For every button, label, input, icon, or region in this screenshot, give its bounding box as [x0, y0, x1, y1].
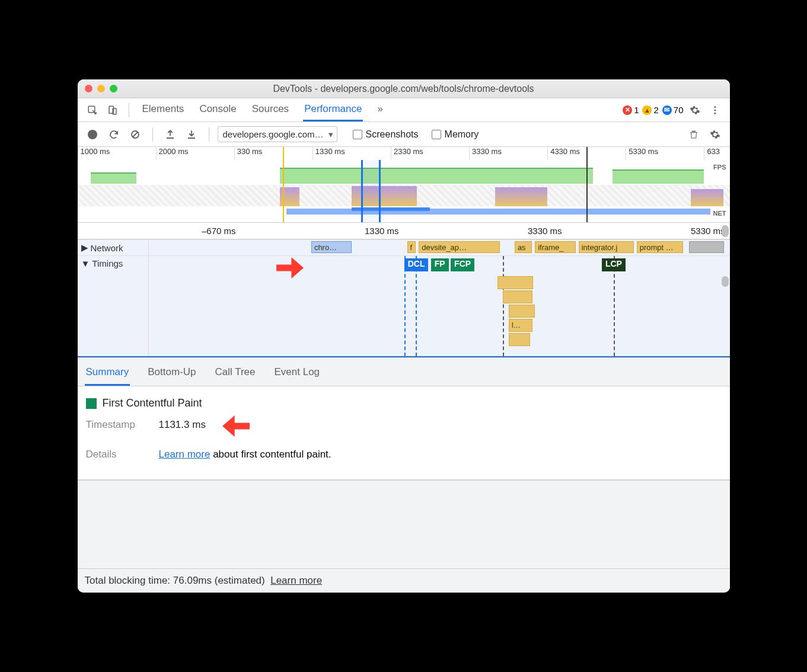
- network-request-block[interactable]: devsite_ap…: [419, 241, 500, 253]
- vertical-scrollbar[interactable]: [722, 276, 729, 287]
- svg-point-5: [714, 112, 716, 114]
- tab-overflow-button[interactable]: »: [376, 98, 384, 121]
- summary-title: First Contentful Paint: [86, 397, 722, 409]
- delete-recording-icon[interactable]: [685, 126, 703, 143]
- flamechart-rows: ▶ Network chro…fdevsite_ap…asiframe_inte…: [78, 239, 730, 357]
- details-tabs: Summary Bottom-Up Call Tree Event Log: [78, 357, 730, 386]
- expand-icon: ▶: [81, 242, 88, 253]
- event-color-swatch: [86, 398, 97, 409]
- tab-bottom-up[interactable]: Bottom-Up: [146, 363, 197, 386]
- settings-gear-icon[interactable]: [686, 101, 704, 119]
- blocking-time-text: Total blocking time: 76.09ms (estimated): [85, 575, 265, 586]
- timing-marker-fcp[interactable]: FCP: [451, 258, 474, 271]
- inspect-element-icon[interactable]: [84, 101, 101, 119]
- overview-lanes[interactable]: FPS CPU NET: [78, 160, 730, 222]
- tab-call-tree[interactable]: Call Tree: [213, 363, 256, 386]
- network-request-block[interactable]: integrator.j: [579, 241, 634, 253]
- overview-ruler: 1000 ms 2000 ms 330 ms 1330 ms 2330 ms 3…: [78, 147, 730, 160]
- divider: [152, 127, 153, 142]
- summary-pane: First Contentful Paint Timestamp 1131.3 …: [78, 386, 730, 479]
- long-task-block[interactable]: l…: [509, 319, 532, 332]
- tab-summary[interactable]: Summary: [85, 363, 130, 386]
- annotation-arrow-icon: [276, 257, 304, 279]
- recording-source-select[interactable]: developers.google.com…: [218, 126, 337, 142]
- timing-marker-fp[interactable]: FP: [431, 258, 449, 271]
- timing-marker-lcp[interactable]: LCP: [602, 258, 626, 271]
- overview-start-marker: [283, 147, 284, 222]
- network-row[interactable]: ▶ Network chro…fdevsite_ap…asiframe_inte…: [78, 239, 730, 255]
- panel-tabs: Elements Console Sources Performance »: [141, 98, 384, 121]
- cpu-lane: [78, 185, 730, 206]
- error-count[interactable]: ✕1: [623, 105, 639, 115]
- overview-panel[interactable]: 1000 ms 2000 ms 330 ms 1330 ms 2330 ms 3…: [78, 147, 730, 223]
- warning-count[interactable]: ▲2: [642, 105, 658, 115]
- device-toggle-icon[interactable]: [104, 101, 122, 119]
- longtask-line: [503, 256, 504, 356]
- empty-lower-pane: [78, 479, 730, 568]
- timing-marker-dcl[interactable]: DCL: [404, 258, 429, 271]
- flamechart-ruler: –670 ms 1330 ms 3330 ms 5330 ms: [78, 223, 730, 239]
- network-request-block[interactable]: [689, 241, 724, 253]
- annotation-arrow-icon: [222, 415, 250, 437]
- tab-performance[interactable]: Performance: [303, 98, 363, 121]
- network-request-block[interactable]: prompt …: [637, 241, 683, 253]
- timestamp-label: Timestamp: [86, 419, 148, 440]
- window-controls: [85, 85, 117, 92]
- long-task-block[interactable]: [503, 290, 532, 303]
- tab-elements[interactable]: Elements: [141, 98, 186, 121]
- overview-lcp-marker: [586, 147, 588, 222]
- network-row-header[interactable]: ▶ Network: [78, 240, 149, 255]
- network-row-body[interactable]: chro…fdevsite_ap…asiframe_integrator.jpr…: [149, 240, 730, 255]
- capture-settings-gear-icon[interactable]: [706, 126, 724, 143]
- tab-console[interactable]: Console: [198, 98, 237, 121]
- window-title: DevTools - developers.google.com/web/too…: [78, 84, 730, 94]
- record-button[interactable]: [84, 126, 101, 143]
- devtools-window: DevTools - developers.google.com/web/too…: [78, 79, 730, 593]
- learn-more-link[interactable]: Learn more: [159, 449, 210, 460]
- overview-selection[interactable]: [361, 160, 381, 222]
- message-icon: ✉: [662, 105, 672, 115]
- divider: [209, 127, 209, 142]
- clear-button[interactable]: [126, 126, 144, 143]
- footer-learn-more-link[interactable]: Learn more: [270, 575, 322, 586]
- minimize-window-button[interactable]: [97, 85, 105, 92]
- fps-lane: [78, 165, 730, 184]
- svg-point-3: [714, 106, 716, 108]
- svg-point-4: [714, 109, 716, 111]
- timings-row-header[interactable]: ▼ Timings: [78, 256, 149, 356]
- network-request-block[interactable]: iframe_: [535, 241, 576, 253]
- vertical-scrollbar[interactable]: [722, 225, 729, 237]
- save-profile-icon[interactable]: [183, 126, 200, 143]
- footer-status-bar: Total blocking time: 76.09ms (estimated)…: [78, 568, 730, 593]
- console-status: ✕1 ▲2 ✉70: [623, 105, 683, 115]
- divider: [129, 103, 129, 117]
- timestamp-value: 1131.3 ms: [159, 419, 206, 440]
- network-request-block[interactable]: as: [515, 241, 532, 253]
- tab-event-log[interactable]: Event Log: [273, 363, 321, 386]
- long-task-block[interactable]: [509, 305, 535, 318]
- tab-sources[interactable]: Sources: [251, 98, 290, 121]
- network-request-block[interactable]: f: [407, 241, 416, 253]
- collapse-icon: ▼: [81, 258, 90, 268]
- zoom-window-button[interactable]: [110, 85, 117, 92]
- flamechart-panel: –670 ms 1330 ms 3330 ms 5330 ms ▶ Networ…: [78, 223, 730, 357]
- timings-row-body[interactable]: l… DCLFPFCPLCP: [149, 256, 730, 356]
- reload-record-button[interactable]: [105, 126, 123, 143]
- memory-checkbox[interactable]: Memory: [432, 129, 479, 140]
- long-task-block[interactable]: [497, 276, 533, 289]
- performance-toolbar: developers.google.com… Screenshots Memor…: [78, 122, 730, 147]
- message-count[interactable]: ✉70: [662, 105, 684, 115]
- network-request-block[interactable]: chro…: [311, 241, 352, 253]
- load-profile-icon[interactable]: [161, 126, 179, 143]
- screenshots-checkbox[interactable]: Screenshots: [353, 129, 419, 140]
- window-titlebar: DevTools - developers.google.com/web/too…: [78, 79, 730, 98]
- warning-icon: ▲: [642, 105, 652, 115]
- devtools-main-toolbar: Elements Console Sources Performance » ✕…: [78, 98, 730, 122]
- details-label: Details: [86, 449, 148, 460]
- details-text: Learn more about first contentful paint.: [159, 449, 331, 460]
- more-options-icon[interactable]: [706, 101, 724, 119]
- close-window-button[interactable]: [85, 85, 92, 92]
- timings-row[interactable]: ▼ Timings l… DCLFPFCPLCP: [78, 255, 730, 356]
- net-lane: [78, 207, 730, 216]
- long-task-block[interactable]: [509, 333, 530, 346]
